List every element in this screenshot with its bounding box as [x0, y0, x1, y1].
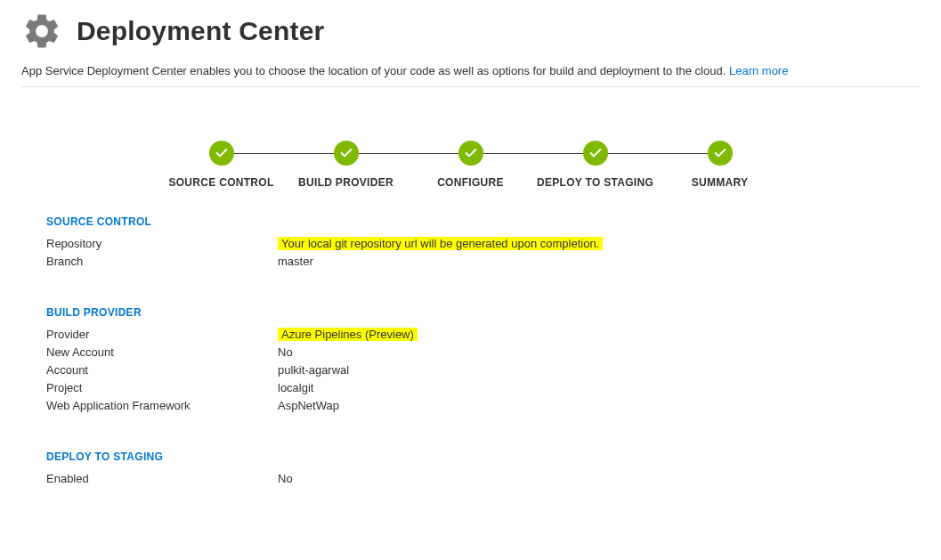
row-project: Project localgit: [46, 379, 920, 397]
row-framework: Web Application Framework AspNetWap: [46, 397, 920, 415]
stepper: SOURCE CONTROL BUILD PROVIDER CONFIGURE …: [21, 141, 920, 189]
step-label: SUMMARY: [692, 176, 749, 189]
row-new-account: New Account No: [46, 344, 920, 361]
label-branch: Branch: [46, 253, 278, 271]
header-divider: [21, 86, 920, 87]
section-head-source-control: SOURCE CONTROL: [46, 215, 920, 228]
page-title: Deployment Center: [77, 16, 324, 46]
label-provider: Provider: [46, 326, 278, 344]
check-icon: [708, 141, 733, 166]
section-head-build-provider: BUILD PROVIDER: [46, 306, 920, 319]
gear-icon: [21, 11, 62, 52]
row-account: Account pulkit-agarwal: [46, 361, 920, 379]
page-subtitle: App Service Deployment Center enables yo…: [21, 64, 920, 77]
row-repository: Repository Your local git repository url…: [46, 235, 920, 253]
check-icon: [334, 141, 359, 166]
label-account: Account: [46, 361, 278, 379]
label-staging-enabled: Enabled: [46, 470, 278, 488]
label-project: Project: [46, 379, 278, 397]
page-header: Deployment Center: [21, 11, 920, 52]
value-framework: AspNetWap: [278, 397, 339, 415]
step-source-control[interactable]: SOURCE CONTROL: [159, 141, 284, 189]
summary-panel: SOURCE CONTROL Repository Your local git…: [46, 215, 920, 488]
value-repository: Your local git repository url will be ge…: [278, 237, 603, 250]
check-icon: [458, 141, 483, 166]
step-label: CONFIGURE: [437, 176, 504, 189]
step-label: DEPLOY TO STAGING: [537, 176, 653, 189]
learn-more-link[interactable]: Learn more: [729, 64, 788, 77]
value-staging-enabled: No: [278, 470, 293, 488]
value-project: localgit: [278, 379, 313, 397]
label-repository: Repository: [46, 235, 278, 253]
row-provider: Provider Azure Pipelines (Preview): [46, 326, 920, 344]
value-new-account: No: [278, 344, 293, 361]
step-deploy-to-staging[interactable]: DEPLOY TO STAGING: [533, 141, 658, 189]
step-build-provider[interactable]: BUILD PROVIDER: [284, 141, 409, 189]
step-label: SOURCE CONTROL: [168, 176, 273, 189]
section-head-deploy-to-staging: DEPLOY TO STAGING: [46, 450, 920, 463]
row-staging-enabled: Enabled No: [46, 470, 920, 488]
step-summary[interactable]: SUMMARY: [658, 141, 783, 189]
label-new-account: New Account: [46, 344, 278, 361]
check-icon: [583, 141, 608, 166]
step-label: BUILD PROVIDER: [298, 176, 393, 189]
subtitle-text: App Service Deployment Center enables yo…: [21, 64, 726, 77]
row-branch: Branch master: [46, 253, 920, 271]
value-provider: Azure Pipelines (Preview): [278, 328, 418, 341]
check-icon: [209, 141, 234, 166]
value-account: pulkit-agarwal: [278, 361, 349, 379]
label-framework: Web Application Framework: [46, 397, 278, 415]
value-branch: master: [278, 253, 313, 271]
step-configure[interactable]: CONFIGURE: [409, 141, 533, 189]
